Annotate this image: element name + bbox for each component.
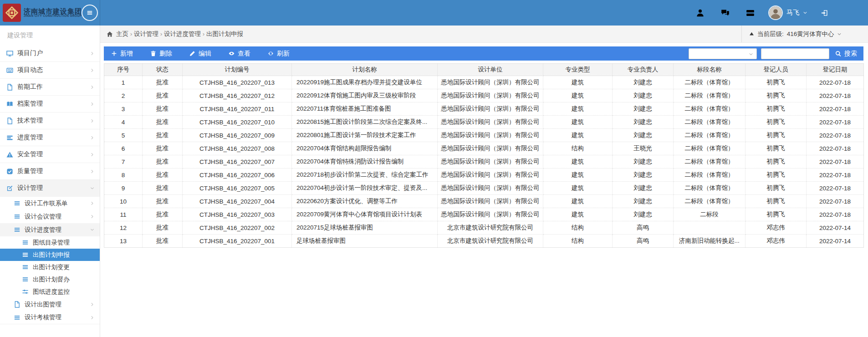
sidebar-item-project-portal[interactable]: 项目门户 — [0, 45, 100, 62]
button-label: 编辑 — [199, 50, 211, 58]
breadcrumb-item[interactable]: 出图计划申报 — [206, 31, 243, 37]
current-level-label: 当前层级: — [757, 30, 784, 38]
brand: 济南城市建设集团 JINAN CITY CONSTRUCTION GROUP — [0, 0, 100, 26]
sidebar-item-technology-management[interactable]: 技术管理 — [0, 112, 100, 129]
column-header-unit[interactable]: 设计单位 — [438, 64, 543, 76]
column-header-seq[interactable]: 序号 — [104, 64, 143, 76]
sidebar-item-quality-management[interactable]: 质量管理 — [0, 163, 100, 180]
refresh-icon — [268, 51, 274, 56]
sidebar-item-design-assessment[interactable]: 设计考核管理 — [0, 311, 100, 324]
column-header-lead[interactable]: 专业负责人 — [613, 64, 674, 76]
column-header-section[interactable]: 标段名称 — [674, 64, 745, 76]
cell-status: 批准 — [143, 116, 183, 129]
cell-major: 建筑 — [543, 182, 613, 195]
column-header-status[interactable]: 状态 — [143, 64, 183, 76]
sidebar-item-preliminary-work[interactable]: 前期工作 — [0, 79, 100, 96]
column-header-major[interactable]: 专业类型 — [543, 64, 613, 76]
breadcrumb-item[interactable]: 设计进度管理 — [164, 31, 201, 37]
filter-select[interactable] — [689, 48, 757, 59]
cell-unit: 悉地国际设计顾问（深圳）有限公司 — [438, 129, 543, 142]
table-row[interactable]: 1批准CTJHSB_416_202207_01320220919施工图成果存档办… — [104, 76, 864, 89]
cell-code: CTJHSB_416_202207_011 — [183, 102, 292, 116]
table-row[interactable]: 4批准CTJHSB_416_202207_01020220815施工图设计阶段第… — [104, 116, 864, 129]
search-input[interactable] — [761, 48, 829, 59]
cell-unit: 悉地国际设计顾问（深圳）有限公司 — [438, 155, 543, 168]
add-button[interactable]: 新增 — [111, 50, 133, 58]
sidebar-item-drawing-plan-change[interactable]: 出图计划变更 — [0, 261, 100, 273]
logout-icon[interactable] — [821, 10, 828, 16]
sidebar-item-archive-management[interactable]: 档案管理 — [0, 96, 100, 112]
table-row[interactable]: 13批准CTJHSB_416_202207_001足球场桩基报审图北京市建筑设计… — [104, 235, 864, 248]
sidebar: 建设管理 项目门户项目动态前期工作档案管理技术管理进度管理安全管理质量管理设计管… — [0, 26, 100, 337]
cell-lead: 刘建忠 — [613, 102, 674, 116]
cell-seq: 8 — [104, 168, 143, 182]
table-row[interactable]: 2批准CTJHSB_416_202207_01220220912体育馆施工图内审… — [104, 89, 864, 102]
chevron-right-icon — [90, 85, 94, 89]
sidebar-item-drawing-catalog[interactable]: 图纸目录管理 — [0, 236, 100, 249]
column-header-registrant[interactable]: 登记人员 — [745, 64, 807, 76]
sidebar-item-project-news[interactable]: 项目动态 — [0, 62, 100, 79]
sidebar-item-design-work-contact[interactable]: 设计工作联系单 — [0, 197, 100, 210]
column-header-code[interactable]: 计划编号 — [183, 64, 292, 76]
breadcrumb-item[interactable]: 主页 — [116, 31, 128, 37]
view-button[interactable]: 查看 — [229, 50, 250, 58]
cell-status: 批准 — [143, 155, 183, 168]
cell-seq: 11 — [104, 208, 143, 221]
current-level-selector[interactable]: 当前层级: 416黄河体育中心 — [741, 26, 868, 42]
user-icon[interactable] — [696, 9, 705, 17]
table-row[interactable]: 7批准CTJHSB_416_202207_00720220704体育馆特殊消防设… — [104, 155, 864, 168]
cell-registrant: 初腾飞 — [745, 168, 807, 182]
cell-date: 2022-07-18 — [807, 142, 864, 155]
cell-lead: 刘建忠 — [613, 76, 674, 89]
sidebar-item-label: 项目动态 — [17, 66, 43, 74]
table-row[interactable]: 8批准CTJHSB_416_202207_00620220718初步设计阶第二次… — [104, 168, 864, 182]
refresh-button[interactable]: 刷新 — [268, 50, 290, 58]
sidebar-section-label: 建设管理 — [0, 26, 100, 45]
table-row[interactable]: 11批准CTJHSB_416_202207_00320220709黄河体育中心体… — [104, 208, 864, 221]
sidebar-item-progress-management[interactable]: 进度管理 — [0, 129, 100, 146]
column-header-date[interactable]: 登记日期 — [807, 64, 864, 76]
table-row[interactable]: 5批准CTJHSB_416_202207_00920220801施工图设计第一阶… — [104, 129, 864, 142]
table-row[interactable]: 9批准CTJHSB_416_202207_00520220704初步设计第一阶段… — [104, 182, 864, 195]
sidebar-item-drawing-progress-monitor[interactable]: 图纸进度监控 — [0, 286, 100, 298]
cell-seq: 12 — [104, 221, 143, 235]
breadcrumb-item[interactable]: 设计管理 — [134, 31, 158, 37]
cell-seq: 2 — [104, 89, 143, 102]
comments-icon[interactable] — [721, 9, 730, 17]
button-label: 新增 — [120, 50, 133, 58]
search-button[interactable]: 搜索 — [833, 50, 859, 58]
sidebar-item-drawing-plan-supervise[interactable]: 出图计划督办 — [0, 273, 100, 286]
table-row[interactable]: 12批准CTJHSB_416_202207_00220220715足球场桩基报审… — [104, 221, 864, 235]
cell-date: 2022-07-18 — [807, 129, 864, 142]
sidebar-item-design-meeting[interactable]: 设计会议管理 — [0, 210, 100, 223]
cell-section — [674, 221, 745, 235]
sliders-icon — [22, 288, 29, 295]
table-row[interactable]: 3批准CTJHSB_416_202207_01120220711体育馆桩基施工图… — [104, 102, 864, 116]
server-icon[interactable] — [746, 9, 755, 17]
toolbar-search-group: 搜索 — [689, 48, 859, 59]
table-row[interactable]: 10批准CTJHSB_416_202207_00420220620方案设计优化、… — [104, 195, 864, 208]
user-menu[interactable]: 马飞 — [768, 5, 807, 20]
sidebar-item-design-progress[interactable]: 设计进度管理 — [0, 223, 100, 236]
sidebar-item-label: 项目门户 — [17, 49, 43, 57]
cell-seq: 5 — [104, 129, 143, 142]
sidebar-item-drawing-plan-report[interactable]: 出图计划申报 — [0, 249, 100, 261]
column-header-name[interactable]: 计划名称 — [292, 64, 438, 76]
cell-lead: 刘建忠 — [613, 182, 674, 195]
sidebar-item-design-output[interactable]: 设计出图管理 — [0, 298, 100, 311]
chevron-down-icon — [90, 186, 94, 190]
sidebar-item-design-management[interactable]: 设计管理 — [0, 180, 100, 197]
table-row[interactable]: 6批准CTJHSB_416_202207_00820220704体育馆结构超限报… — [104, 142, 864, 155]
sidebar-toggle-button[interactable] — [82, 5, 98, 21]
page-icon — [6, 84, 13, 91]
delete-button[interactable]: 删除 — [150, 50, 172, 58]
cell-unit: 悉地国际设计顾问（深圳）有限公司 — [438, 182, 543, 195]
sidebar-item-safety-management[interactable]: 安全管理 — [0, 146, 100, 163]
cell-status: 批准 — [143, 142, 183, 155]
cell-date: 2022-07-14 — [807, 235, 864, 248]
cell-unit: 北京市建筑设计研究院有限公司 — [438, 221, 543, 235]
cell-section: 二标段（体育馆） — [674, 76, 745, 89]
edit-button[interactable]: 编辑 — [189, 50, 211, 58]
trash-icon — [150, 51, 156, 56]
chevron-down-icon — [837, 32, 842, 36]
